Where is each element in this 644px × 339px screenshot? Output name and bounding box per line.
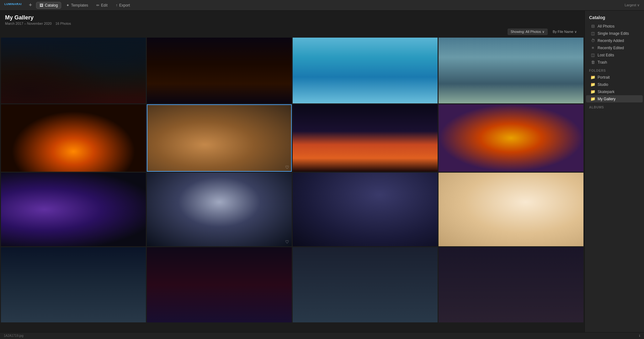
lost-edits-label: Lost Edits bbox=[598, 53, 614, 57]
studio-label: Studio bbox=[598, 82, 608, 87]
sidebar: Catalog ⊟ All Photos ◫ Single Image Edit… bbox=[584, 11, 644, 332]
sort-button[interactable]: By File Name ∨ bbox=[550, 29, 579, 35]
photo-6[interactable]: ♡ bbox=[147, 104, 292, 172]
studio-folder-icon: 📁 bbox=[590, 82, 595, 87]
status-filename: 1A2A1719.jpg bbox=[4, 334, 24, 337]
main-content: My Gallery March 2017 – November 2020 16… bbox=[0, 11, 644, 332]
portrait-label: Portrait bbox=[598, 75, 610, 80]
all-photos-icon: ⊟ bbox=[590, 24, 595, 29]
sidebar-item-recently-added[interactable]: ⏱ Recently Added bbox=[586, 37, 643, 44]
sidebar-item-single-image-edits[interactable]: ◫ Single Image Edits bbox=[586, 30, 643, 37]
trash-label: Trash bbox=[598, 60, 607, 65]
photo-12[interactable] bbox=[439, 173, 583, 246]
sidebar-item-my-gallery[interactable]: 📁 My Gallery bbox=[586, 95, 643, 102]
photo-8[interactable] bbox=[439, 104, 583, 172]
info-icon[interactable]: ℹ bbox=[639, 334, 640, 337]
photo-grid-row1 bbox=[0, 38, 584, 104]
size-control[interactable]: Largest ∨ bbox=[625, 3, 640, 7]
photo-7[interactable] bbox=[293, 104, 438, 172]
templates-icon: ✦ bbox=[66, 3, 69, 8]
heart-icon: ♡ bbox=[285, 165, 289, 170]
photo-1[interactable] bbox=[1, 38, 146, 103]
app-superscript: AI bbox=[19, 3, 22, 6]
catalog-label: Catalog bbox=[45, 3, 58, 8]
albums-section-header: Albums bbox=[585, 102, 644, 110]
gallery-meta: March 2017 – November 2020 16 Photos bbox=[5, 22, 579, 25]
photo-area: My Gallery March 2017 – November 2020 16… bbox=[0, 11, 584, 332]
my-gallery-folder-icon: 📁 bbox=[590, 96, 595, 101]
recently-edited-icon: ≡ bbox=[590, 45, 595, 50]
export-icon: ↑ bbox=[116, 3, 118, 8]
sidebar-item-skatepark[interactable]: 📁 Skatepark bbox=[586, 88, 643, 95]
portrait-folder-icon: 📁 bbox=[590, 75, 595, 80]
tab-catalog[interactable]: 🖼 Catalog bbox=[36, 2, 61, 9]
skatepark-folder-icon: 📁 bbox=[590, 89, 595, 94]
sidebar-title: Catalog bbox=[585, 14, 644, 23]
tab-export[interactable]: ↑ Export bbox=[113, 2, 133, 8]
app-name: LUMINAR bbox=[4, 3, 19, 6]
photo-5[interactable] bbox=[1, 104, 146, 172]
recently-added-label: Recently Added bbox=[598, 39, 624, 43]
single-image-edits-label: Single Image Edits bbox=[598, 31, 629, 36]
photo-11[interactable] bbox=[293, 173, 438, 246]
photo-14[interactable] bbox=[147, 247, 292, 322]
tab-edit[interactable]: ✏ Edit bbox=[93, 2, 111, 8]
sidebar-item-trash[interactable]: 🗑 Trash bbox=[586, 59, 643, 66]
single-image-edits-icon: ◫ bbox=[590, 31, 595, 36]
skatepark-label: Skatepark bbox=[598, 90, 615, 94]
sidebar-item-studio[interactable]: 📁 Studio bbox=[586, 81, 643, 88]
sidebar-item-all-photos[interactable]: ⊟ All Photos bbox=[586, 23, 643, 30]
trash-icon: 🗑 bbox=[590, 60, 595, 65]
catalog-icon: 🖼 bbox=[40, 3, 43, 8]
topbar: LUMINARAI + 🖼 Catalog ✦ Templates ✏ Edit… bbox=[0, 0, 644, 11]
add-button[interactable]: + bbox=[27, 2, 34, 9]
statusbar: 1A2A1719.jpg ℹ bbox=[0, 332, 644, 339]
recently-added-icon: ⏱ bbox=[590, 38, 595, 43]
edit-label: Edit bbox=[101, 3, 108, 8]
heart-icon-2: ♡ bbox=[285, 239, 289, 244]
export-label: Export bbox=[119, 3, 130, 8]
photo-13[interactable] bbox=[1, 247, 146, 322]
sidebar-item-lost-edits[interactable]: ◫ Lost Edits bbox=[586, 51, 643, 59]
sidebar-item-portrait[interactable]: 📁 Portrait bbox=[586, 74, 643, 81]
tab-templates[interactable]: ✦ Templates bbox=[63, 2, 91, 8]
app-logo: LUMINARAI bbox=[4, 3, 22, 8]
my-gallery-label: My Gallery bbox=[598, 97, 615, 101]
photo-3[interactable] bbox=[293, 38, 438, 103]
showing-filter[interactable]: Showing: All Photos ∨ bbox=[508, 29, 548, 35]
gallery-toolbar: Showing: All Photos ∨ By File Name ∨ bbox=[0, 27, 584, 38]
photo-grid-row2: ♡ bbox=[0, 104, 584, 172]
gallery-photo-count: 16 Photos bbox=[56, 22, 71, 25]
lost-edits-icon: ◫ bbox=[590, 53, 595, 57]
photo-15[interactable] bbox=[293, 247, 438, 322]
photo-9[interactable] bbox=[1, 173, 146, 246]
recently-edited-label: Recently Edited bbox=[598, 46, 624, 50]
folders-section-header: Folders bbox=[585, 66, 644, 74]
photo-2[interactable] bbox=[147, 38, 292, 103]
gallery-header: My Gallery March 2017 – November 2020 16… bbox=[0, 11, 584, 27]
templates-label: Templates bbox=[71, 3, 88, 8]
gallery-date-range: March 2017 – November 2020 bbox=[5, 22, 52, 25]
sidebar-item-recently-edited[interactable]: ≡ Recently Edited bbox=[586, 44, 643, 51]
photo-4[interactable] bbox=[439, 38, 583, 103]
photo-16[interactable] bbox=[439, 247, 583, 322]
photo-grid-row3: ♡ bbox=[0, 172, 584, 246]
photo-10[interactable]: ♡ bbox=[147, 173, 292, 246]
edit-icon: ✏ bbox=[96, 3, 99, 8]
all-photos-label: All Photos bbox=[598, 24, 615, 29]
gallery-title: My Gallery bbox=[5, 14, 579, 21]
photo-grid-row4 bbox=[0, 246, 584, 322]
